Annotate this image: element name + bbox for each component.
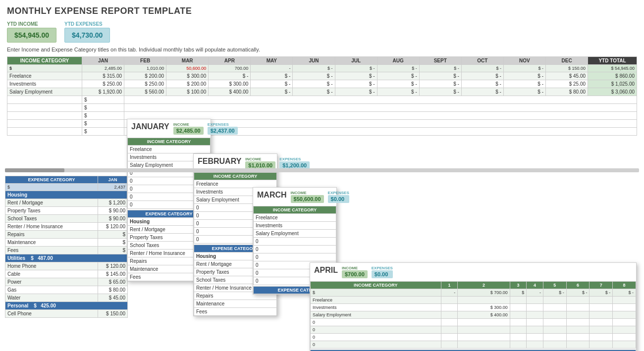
housing-bold: Housing bbox=[5, 191, 128, 199]
income-table: INCOME CATEGORY JAN FEB MAR APR MAY JUN … bbox=[7, 56, 637, 136]
ytd-income-value: $54,945.00 bbox=[7, 28, 56, 43]
total-mar: 50,600.00 bbox=[166, 65, 209, 72]
freelance-label: Freelance bbox=[7, 72, 82, 80]
jan-income-label: INCOME bbox=[173, 122, 204, 127]
apr-expenses-value: $0.00 bbox=[372, 270, 393, 278]
total-jun: $ - bbox=[293, 65, 335, 72]
april-card: APRIL INCOME $700.00 EXPENSES $0.00 INCO… bbox=[310, 262, 637, 351]
personal-bold: Personal $ 425.00 bbox=[5, 302, 128, 310]
water-row: Water bbox=[5, 294, 98, 302]
main-container: MONTHLY EXPENSE REPORT TEMPLATE YTD INCO… bbox=[0, 0, 644, 142]
total-sep: $ - bbox=[419, 65, 461, 72]
ytd-expenses-label: YTD EXPENSES bbox=[64, 21, 110, 27]
utilities-bold: Utilities $ 487.00 bbox=[5, 254, 128, 262]
ytd-expenses-value: $4,730.00 bbox=[64, 28, 110, 43]
ytd-income-label: YTD INCOME bbox=[7, 21, 56, 27]
ytd-expenses-box: YTD EXPENSES $4,730.00 bbox=[64, 21, 110, 43]
feb-header: FEB bbox=[124, 57, 166, 65]
total-may: - bbox=[251, 65, 293, 72]
total-feb: 1,010.00 bbox=[124, 65, 166, 72]
jan-expense-header: JAN bbox=[98, 176, 128, 184]
apr-header: APR bbox=[209, 57, 251, 65]
total-ytd: $ 54,945.00 bbox=[588, 65, 637, 72]
investments-label: Investments bbox=[7, 80, 82, 88]
totals-label: $ bbox=[7, 65, 82, 72]
mar-income-value: $50,600.00 bbox=[291, 195, 324, 203]
apr-expenses-label: EXPENSES bbox=[372, 266, 393, 270]
expense-category-header: EXPENSE CATEGORY bbox=[5, 176, 98, 184]
dec-header: DEC bbox=[546, 57, 588, 65]
total-dec: $ 150.00 bbox=[546, 65, 588, 72]
income-category-header: INCOME CATEGORY bbox=[7, 57, 82, 65]
feb-expenses-label: EXPENSES bbox=[279, 157, 310, 161]
ytd-total-header: YTD TOTAL bbox=[588, 57, 637, 65]
jun-header: JUN bbox=[293, 57, 335, 65]
expense-table: EXPENSE CATEGORY JAN $ 2,437 Housing Ren… bbox=[5, 176, 128, 318]
aug-header: AUG bbox=[377, 57, 419, 65]
total-jan: 2,485.00 bbox=[82, 65, 124, 72]
ytd-income-box: YTD INCOME $54,945.00 bbox=[7, 21, 56, 43]
total-aug: $ - bbox=[377, 65, 419, 72]
apr-income-label: INCOME bbox=[342, 266, 368, 270]
apr-income-table: INCOME CATEGORY 1 2 3 4 5 6 7 8 $ - $ 70… bbox=[310, 281, 636, 349]
mar-month-title: MARCH bbox=[257, 191, 287, 200]
may-header: MAY bbox=[251, 57, 293, 65]
mar-expenses-label: EXPENSES bbox=[328, 191, 349, 195]
total-apr: 700.00 bbox=[209, 65, 251, 72]
total-jul: $ - bbox=[335, 65, 377, 72]
jan-income-value: $2,485.00 bbox=[173, 127, 204, 135]
jan-header: JAN bbox=[82, 57, 124, 65]
scrollbar-thumb[interactable] bbox=[5, 168, 64, 172]
mar-header: MAR bbox=[166, 57, 209, 65]
jan-month-title: JANUARY bbox=[131, 122, 169, 131]
mar-expenses-value: $0.00 bbox=[328, 195, 349, 203]
apr-month-title: APRIL bbox=[314, 266, 338, 275]
total-oct: $ - bbox=[461, 65, 503, 72]
expense-panel: EXPENSE CATEGORY JAN $ 2,437 Housing Ren… bbox=[5, 176, 128, 318]
mar-income-label: INCOME bbox=[291, 191, 324, 195]
nov-header: NOV bbox=[503, 57, 545, 65]
oct-header: OCT bbox=[461, 57, 503, 65]
instruction-text: Enter Income and Expense Category titles… bbox=[7, 47, 637, 52]
horizontal-scrollbar[interactable] bbox=[5, 168, 639, 172]
jan-expenses-label: EXPENSES bbox=[208, 122, 238, 127]
salary-label: Salary Employment bbox=[7, 88, 82, 96]
sept-header: SEPT bbox=[419, 57, 461, 65]
total-nov: $ - bbox=[503, 65, 545, 72]
summary-row: YTD INCOME $54,945.00 YTD EXPENSES $4,73… bbox=[7, 21, 637, 43]
feb-income-label: INCOME bbox=[245, 157, 275, 161]
jul-header: JUL bbox=[335, 57, 377, 65]
apr-income-value: $700.00 bbox=[342, 270, 368, 278]
page-title: MONTHLY EXPENSE REPORT TEMPLATE bbox=[7, 6, 637, 16]
feb-month-title: FEBRUARY bbox=[198, 157, 241, 166]
jan-expenses-value: $2,437.00 bbox=[208, 127, 238, 135]
